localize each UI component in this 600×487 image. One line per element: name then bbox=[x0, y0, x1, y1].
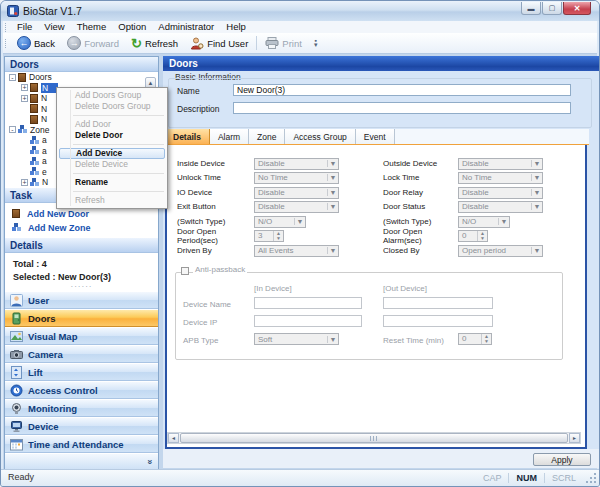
menu-add-device[interactable]: Add Device bbox=[59, 148, 165, 159]
spinner-arrows-icon[interactable]: ▲▼ bbox=[273, 231, 283, 241]
spinner-arrows-icon[interactable]: ▲▼ bbox=[477, 231, 487, 241]
toolbar-overflow-button[interactable]: ▪▾ bbox=[310, 36, 322, 50]
menu-help[interactable]: Help bbox=[220, 21, 252, 33]
zone-icon bbox=[30, 178, 39, 187]
switch-type-right-select[interactable]: N/O▼ bbox=[458, 216, 510, 228]
main-panel: Doors Basic Information Name Description… bbox=[163, 56, 599, 468]
closed-by-label: Closed By bbox=[383, 246, 458, 255]
nav-camera-button[interactable]: Camera bbox=[5, 345, 158, 363]
out-device-ip-input[interactable] bbox=[383, 315, 493, 327]
exit-button-select[interactable]: Disable▼ bbox=[254, 201, 339, 213]
expand-icon[interactable]: + bbox=[21, 179, 28, 186]
forward-button[interactable]: → Forward bbox=[61, 34, 125, 52]
collapse-icon[interactable]: - bbox=[9, 74, 16, 81]
unlock-time-select[interactable]: No Time▼ bbox=[254, 172, 339, 184]
door-icon bbox=[30, 94, 38, 103]
menu-separator bbox=[73, 115, 164, 116]
chevron-down-icon: ▼ bbox=[531, 203, 542, 210]
unlock-time-label: Unlock Time bbox=[177, 173, 254, 182]
minimize-button[interactable]: ▬ bbox=[521, 2, 541, 15]
horizontal-scrollbar[interactable]: ◄ ► bbox=[167, 432, 581, 444]
expand-icon[interactable]: + bbox=[21, 84, 28, 91]
door-open-alarm-label: Door Open Alarm(sec) bbox=[383, 227, 458, 245]
tab-zone[interactable]: Zone bbox=[249, 129, 285, 144]
nav-visual-map-button[interactable]: Visual Map bbox=[5, 327, 158, 345]
nav-lift-button[interactable]: Lift bbox=[5, 363, 158, 381]
menu-administrator[interactable]: Administrator bbox=[152, 21, 220, 33]
title-bar[interactable]: BioStar V1.7 ▬ ▢ ✕ bbox=[1, 1, 599, 21]
chevron-down-icon: ▼ bbox=[327, 203, 338, 210]
menu-add-door[interactable]: Add Door bbox=[59, 119, 165, 130]
outside-device-select[interactable]: Disable▼ bbox=[458, 158, 543, 170]
menu-separator bbox=[73, 144, 164, 145]
door-status-select[interactable]: Disable▼ bbox=[458, 201, 543, 213]
in-device-ip-input[interactable] bbox=[254, 315, 362, 327]
name-input[interactable] bbox=[233, 84, 571, 96]
anti-passback-checkbox[interactable] bbox=[181, 267, 189, 275]
menu-add-doors-group[interactable]: Add Doors Group bbox=[59, 90, 165, 101]
chevron-down-icon: ▼ bbox=[531, 160, 542, 167]
description-input[interactable] bbox=[233, 102, 571, 114]
nav-user-button[interactable]: User bbox=[5, 291, 158, 309]
menu-delete-device[interactable]: Delete Device bbox=[59, 159, 165, 170]
nav-access-control-button[interactable]: Access Control bbox=[5, 381, 158, 399]
menu-delete-doors-group[interactable]: Delete Doors Group bbox=[59, 101, 165, 112]
monitoring-icon bbox=[10, 402, 23, 415]
menu-refresh[interactable]: Refresh bbox=[59, 195, 165, 206]
nav-monitoring-button[interactable]: Monitoring bbox=[5, 399, 158, 417]
sidebar-splitter[interactable]: ······ bbox=[5, 284, 158, 290]
description-label: Description bbox=[177, 104, 220, 114]
scroll-right-icon[interactable]: ► bbox=[569, 433, 580, 443]
nav-button-list: User Doors Visual Map Camera Lift Access… bbox=[5, 291, 158, 453]
io-device-select[interactable]: Disable▼ bbox=[254, 187, 339, 199]
tab-details[interactable]: Details bbox=[165, 129, 210, 144]
tab-access-group[interactable]: Access Group bbox=[285, 129, 355, 144]
menu-theme[interactable]: Theme bbox=[71, 21, 113, 33]
close-button[interactable]: ✕ bbox=[563, 2, 591, 15]
apb-type-label: APB Type bbox=[183, 336, 218, 345]
menu-option[interactable]: Option bbox=[112, 21, 152, 33]
door-open-period-spinner[interactable]: 3▲▼ bbox=[254, 230, 284, 242]
closed-by-select[interactable]: Open period▼ bbox=[458, 245, 543, 257]
scrollbar-thumb[interactable] bbox=[180, 433, 568, 443]
nav-device-button[interactable]: Device bbox=[5, 417, 158, 435]
refresh-button[interactable]: ↻ Refresh bbox=[125, 34, 184, 52]
apb-type-select[interactable]: Soft▼ bbox=[254, 333, 339, 345]
tab-event[interactable]: Event bbox=[356, 129, 395, 144]
door-open-alarm-spinner[interactable]: 0▲▼ bbox=[458, 230, 488, 242]
nav-time-attendance-button[interactable]: Time and Attendance bbox=[5, 435, 158, 453]
tab-alarm[interactable]: Alarm bbox=[210, 129, 249, 144]
out-device-name-input[interactable] bbox=[383, 297, 493, 309]
spinner-arrows-icon[interactable]: ▲▼ bbox=[481, 334, 491, 344]
find-user-button[interactable]: Find User bbox=[184, 34, 254, 52]
collapse-icon[interactable]: - bbox=[9, 126, 16, 133]
maximize-button[interactable]: ▢ bbox=[542, 2, 562, 15]
nav-configure-strip[interactable]: » bbox=[5, 453, 158, 469]
reset-time-spinner[interactable]: 0▲▼ bbox=[458, 333, 492, 345]
caps-lock-indicator: CAP bbox=[476, 473, 509, 483]
switch-type-left-select[interactable]: N/O▼ bbox=[254, 216, 306, 228]
driven-by-select[interactable]: All Events▼ bbox=[254, 245, 339, 257]
inside-device-select[interactable]: Disable▼ bbox=[254, 158, 339, 170]
menu-view[interactable]: View bbox=[38, 21, 70, 33]
scroll-left-icon[interactable]: ◄ bbox=[168, 433, 179, 443]
menu-file[interactable]: File bbox=[11, 21, 38, 33]
expand-icon[interactable]: + bbox=[21, 95, 28, 102]
menu-delete-door[interactable]: Delete Door bbox=[59, 130, 165, 141]
switch-type-right-label: (Switch Type) bbox=[383, 217, 458, 226]
chevron-down-icon: ▼ bbox=[327, 160, 338, 167]
chevron-down-icon: ▼ bbox=[327, 174, 338, 181]
tree-item-doors-root[interactable]: - Doors bbox=[5, 72, 158, 83]
menu-rename[interactable]: Rename bbox=[59, 177, 165, 188]
print-button[interactable]: Print bbox=[259, 34, 308, 52]
back-button[interactable]: ← Back bbox=[11, 34, 61, 52]
tab-bar: Details Alarm Zone Access Group Event bbox=[165, 129, 589, 145]
door-relay-select[interactable]: Disable▼ bbox=[458, 187, 543, 199]
add-new-zone-link[interactable]: Add New Zone bbox=[5, 221, 158, 234]
apply-button[interactable]: Apply bbox=[533, 453, 591, 466]
menubar-grip bbox=[5, 23, 8, 32]
in-device-name-input[interactable] bbox=[254, 297, 362, 309]
lock-time-select[interactable]: No Time▼ bbox=[458, 172, 543, 184]
resize-grip[interactable] bbox=[594, 481, 596, 483]
nav-doors-button[interactable]: Doors bbox=[5, 309, 158, 327]
